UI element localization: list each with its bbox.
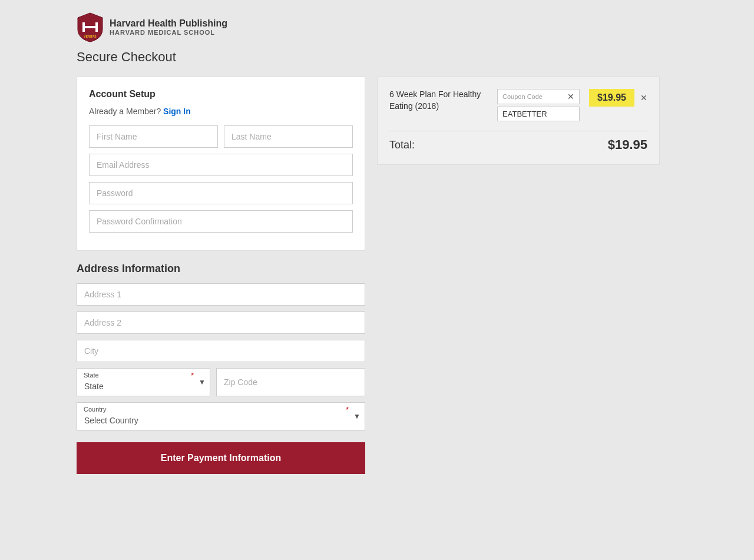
price-remove-icon[interactable]: ✕ — [640, 93, 647, 102]
address-form: State * State ▼ Country * — [77, 283, 365, 474]
price-area: $19.95 ✕ — [589, 89, 647, 107]
password-confirm-group — [89, 210, 353, 233]
state-required-star: * — [191, 372, 194, 380]
logo-subtitle: HARVARD MEDICAL SCHOOL — [110, 29, 227, 36]
password-input[interactable] — [89, 182, 353, 204]
state-zip-row: State * State ▼ — [77, 368, 365, 396]
account-setup-card: Account Setup Already a Member? Sign In — [77, 77, 365, 251]
total-label: Total: — [389, 139, 415, 151]
already-member-text: Already a Member? Sign In — [89, 107, 353, 116]
password-row — [89, 182, 353, 204]
svg-text:VERITAS: VERITAS — [84, 35, 97, 38]
order-item-row: 6 Week Plan For Healthy Eating (2018) Co… — [389, 89, 647, 121]
email-input[interactable] — [89, 154, 353, 176]
name-row — [89, 125, 353, 148]
last-name-group — [224, 125, 353, 148]
logo-title: Harvard Health Publishing — [110, 18, 227, 29]
password-group — [89, 182, 353, 204]
coupon-area: Coupon Code ✕ EATBETTER — [497, 89, 580, 121]
country-select[interactable]: Select Country — [77, 402, 365, 430]
order-summary-panel: 6 Week Plan For Healthy Eating (2018) Co… — [377, 77, 660, 165]
first-name-input[interactable] — [89, 125, 218, 148]
harvard-shield-icon: VERITAS — [77, 12, 104, 42]
country-required-star: * — [346, 406, 349, 414]
coupon-remove-icon[interactable]: ✕ — [567, 92, 574, 101]
state-select-wrapper: State * State ▼ — [77, 368, 210, 396]
total-value: $19.95 — [608, 137, 647, 153]
coupon-code-value: EATBETTER — [497, 107, 580, 121]
zip-input[interactable] — [216, 368, 365, 396]
svg-rect-2 — [95, 22, 98, 32]
address1-input[interactable] — [77, 283, 365, 306]
order-item-title: 6 Week Plan For Healthy Eating (2018) — [389, 89, 488, 112]
country-wrapper: Country * Select Country ▼ — [77, 402, 365, 430]
city-input[interactable] — [77, 340, 365, 362]
coupon-input-row: Coupon Code ✕ — [497, 89, 580, 104]
state-select[interactable]: State — [77, 368, 210, 396]
account-setup-title: Account Setup — [89, 89, 353, 100]
sign-in-link[interactable]: Sign In — [163, 107, 191, 116]
address2-input[interactable] — [77, 312, 365, 334]
first-name-group — [89, 125, 218, 148]
address-section-title: Address Information — [77, 263, 365, 275]
page-title: Secure Checkout — [77, 49, 677, 65]
password-confirm-row — [89, 210, 353, 233]
order-divider — [389, 131, 647, 131]
item-price-badge: $19.95 — [589, 89, 634, 107]
enter-payment-button[interactable]: Enter Payment Information — [77, 442, 365, 474]
password-confirm-input[interactable] — [89, 210, 353, 233]
email-row — [89, 154, 353, 176]
last-name-input[interactable] — [224, 125, 353, 148]
coupon-label: Coupon Code — [502, 93, 567, 100]
email-group — [89, 154, 353, 176]
total-row: Total: $19.95 — [389, 137, 647, 153]
logo-area: VERITAS Harvard Health Publishing HARVAR… — [77, 12, 677, 42]
logo-text: Harvard Health Publishing HARVARD MEDICA… — [110, 18, 227, 36]
order-card: 6 Week Plan For Healthy Eating (2018) Co… — [377, 77, 660, 165]
